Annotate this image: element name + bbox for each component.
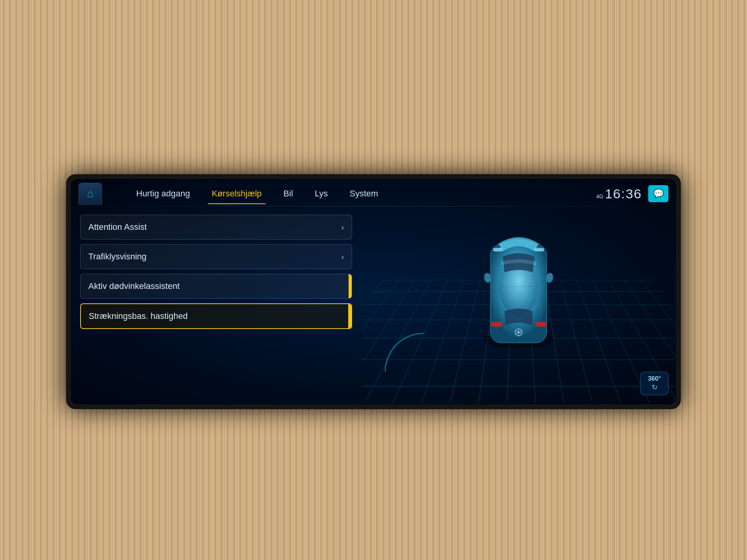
360-icon: ↻ bbox=[652, 383, 658, 392]
car-visualization: 360° ↻ bbox=[361, 208, 676, 403]
toggle-indicator bbox=[349, 274, 352, 298]
clock: 16:36 bbox=[605, 186, 642, 201]
svg-rect-5 bbox=[493, 248, 503, 251]
screen-bezel: ⌂ Hurtig adgang Kørselshjælp Bil Lys Sys… bbox=[66, 174, 681, 409]
svg-rect-3 bbox=[491, 322, 502, 327]
svg-rect-4 bbox=[536, 322, 546, 327]
tab-korselshjælp[interactable]: Kørselshjælp bbox=[201, 184, 272, 203]
navigation-tabs: Hurtig adgang Kørselshjælp Bil Lys Syste… bbox=[125, 184, 596, 203]
left-panel: Attention Assist › Trafiklysvisning › Ak… bbox=[71, 208, 361, 403]
toggle-indicator-active bbox=[348, 304, 351, 328]
tab-hurtig-adgang[interactable]: Hurtig adgang bbox=[125, 184, 201, 203]
home-button[interactable]: ⌂ bbox=[79, 183, 102, 205]
main-content: Attention Assist › Trafiklysvisning › Ak… bbox=[71, 208, 676, 403]
tab-system[interactable]: System bbox=[338, 184, 389, 203]
menu-item-straekningsbas[interactable]: Strækningsbas. hastighed bbox=[80, 303, 352, 329]
car-image bbox=[464, 216, 573, 366]
menu-item-trafiklysvisning[interactable]: Trafiklysvisning › bbox=[80, 244, 352, 269]
tab-lys[interactable]: Lys bbox=[304, 184, 338, 203]
svg-rect-6 bbox=[535, 248, 544, 251]
message-icon: 💬 bbox=[653, 189, 664, 199]
message-button[interactable]: 💬 bbox=[648, 185, 668, 202]
chevron-right-icon: › bbox=[341, 223, 344, 232]
button-360-view[interactable]: 360° ↻ bbox=[640, 372, 668, 395]
menu-item-attention-assist[interactable]: Attention Assist › bbox=[80, 215, 352, 240]
signal-indicator: 4G bbox=[596, 193, 603, 200]
time-display: 4G 16:36 bbox=[596, 186, 642, 201]
menu-item-dodvinkelassistent[interactable]: Aktiv dødvinkelassistent bbox=[80, 274, 352, 299]
right-panel: 360° ↻ bbox=[361, 208, 676, 403]
infotainment-screen: ⌂ Hurtig adgang Kørselshjælp Bil Lys Sys… bbox=[71, 179, 676, 404]
tab-bil[interactable]: Bil bbox=[273, 184, 304, 203]
top-bar: ⌂ Hurtig adgang Kørselshjælp Bil Lys Sys… bbox=[71, 179, 676, 208]
home-icon: ⌂ bbox=[87, 187, 94, 200]
360-label: 360° bbox=[648, 375, 661, 382]
chevron-right-icon: › bbox=[341, 252, 344, 261]
top-right-area: 4G 16:36 💬 bbox=[596, 185, 668, 202]
